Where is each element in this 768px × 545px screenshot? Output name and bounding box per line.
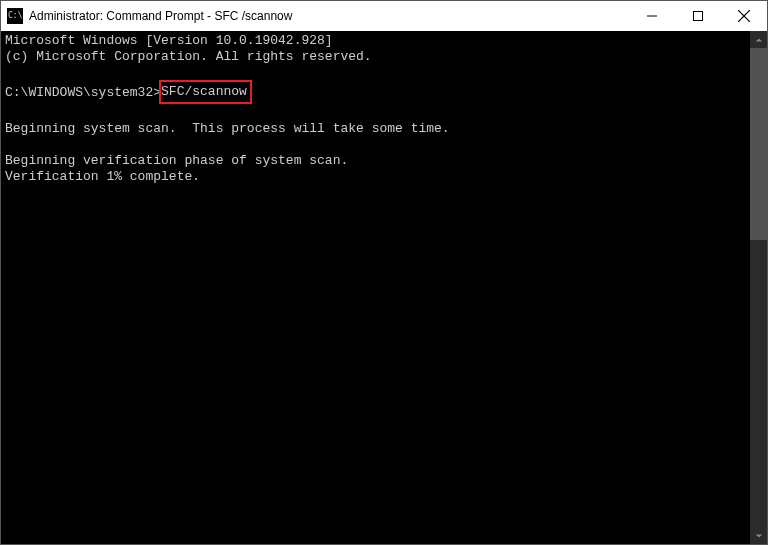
output-line: Microsoft Windows [Version 10.0.19042.92… — [5, 33, 333, 48]
output-line: Beginning verification phase of system s… — [5, 153, 348, 168]
maximize-icon — [693, 11, 703, 21]
window-controls — [629, 1, 767, 31]
command-prompt-window: C:\. Administrator: Command Prompt - SFC… — [0, 0, 768, 545]
minimize-button[interactable] — [629, 1, 675, 31]
minimize-icon — [647, 11, 657, 21]
window-title: Administrator: Command Prompt - SFC /sca… — [29, 9, 292, 23]
close-icon — [738, 10, 750, 22]
entered-command: SFC/scannow — [161, 84, 247, 99]
scroll-down-button[interactable] — [750, 527, 767, 544]
output-line: (c) Microsoft Corporation. All rights re… — [5, 49, 372, 64]
terminal-output[interactable]: Microsoft Windows [Version 10.0.19042.92… — [1, 31, 750, 544]
output-line: Beginning system scan. This process will… — [5, 121, 450, 136]
scroll-up-button[interactable] — [750, 31, 767, 48]
scrollbar-thumb[interactable] — [750, 48, 767, 240]
terminal-area: Microsoft Windows [Version 10.0.19042.92… — [1, 31, 767, 544]
scrollbar-track[interactable] — [750, 48, 767, 527]
svg-rect-1 — [694, 12, 703, 21]
close-button[interactable] — [721, 1, 767, 31]
chevron-up-icon — [755, 36, 763, 44]
cmd-icon: C:\. — [7, 8, 23, 24]
maximize-button[interactable] — [675, 1, 721, 31]
titlebar[interactable]: C:\. Administrator: Command Prompt - SFC… — [1, 1, 767, 31]
output-line: Verification 1% complete. — [5, 169, 200, 184]
command-highlight: SFC/scannow — [159, 80, 252, 104]
prompt-path: C:\WINDOWS\system32> — [5, 85, 161, 100]
chevron-down-icon — [755, 532, 763, 540]
vertical-scrollbar[interactable] — [750, 31, 767, 544]
